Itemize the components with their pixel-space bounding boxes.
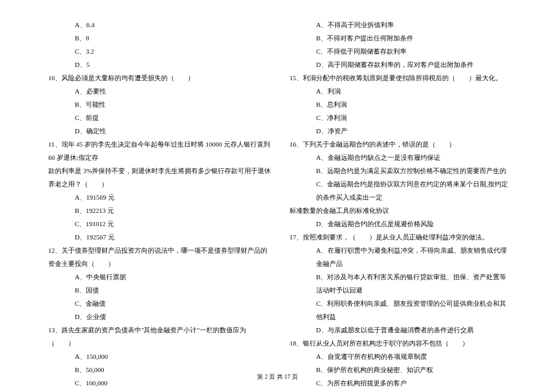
q12-option-b: B、国债 — [48, 283, 271, 297]
q16-option-a: A、金融远期合约缺点之一是没有履约保证 — [290, 151, 513, 164]
q11-option-b: B、192213 元 — [48, 204, 271, 217]
q17-stem: 17、按照准则要求，（ ）是从业人员正确处理利益冲突的做法。 — [290, 230, 513, 244]
q16-option-c-line2: 标准数量的金融工具的标准化协议 — [290, 204, 513, 217]
q17-option-d: D、与亲戚朋友以低于普通金融消费者的条件进行交易 — [290, 323, 513, 337]
q15-stem: 15、利润分配中的税收筹划原则是要使扣除所得税后的（ ）最大化。 — [290, 71, 513, 84]
q15-option-c: C、净利润 — [290, 111, 513, 124]
q16-option-d: D、金融远期合约的优点是规避价格风险 — [290, 217, 513, 230]
q10-option-c: C、前提 — [48, 111, 271, 124]
q12-option-a: A、中央银行票据 — [48, 270, 271, 283]
q18-option-d: D、自觉维护所在机构的形象和声誉 — [290, 390, 513, 392]
left-column: A、6.4 B、8 C、3.2 D、5 10、风险必须是大量标的均有遭受损失的（… — [48, 18, 271, 368]
q12-stem: 12、关于债券型理财产品投资方向的说法中，哪一项不是债券型理财产品的资金主要投向… — [48, 244, 271, 270]
q12-option-c: C、金融债 — [48, 297, 271, 310]
q11-option-d: D、192567 元 — [48, 230, 271, 244]
q10-stem: 10、风险必须是大量标的均有遭受损失的（ ） — [48, 71, 271, 84]
q17-option-b: B、对涉及与本人有利害关系的银行贷款审批、担保、资产处置等活动时予以回避 — [290, 270, 513, 297]
q11-stem-line2: 款的利率是 3%并保持不变，则退休时李先生将拥有多少银行存款可用于退休养老之用？… — [48, 164, 271, 191]
q13-option-d: D、500,000 — [48, 390, 271, 392]
q11-option-c: C、191012 元 — [48, 217, 271, 230]
q10-option-b: B、可能性 — [48, 98, 271, 111]
q17-option-c: C、利用职务便利向亲戚、朋友投资管理的公司提供商业机会和其他利益 — [290, 297, 513, 323]
q17-option-a: A、在履行职责中为避免利益冲突，不得向亲戚、朋友销售或代理金融产品 — [290, 244, 513, 270]
q15-option-b: B、总利润 — [290, 98, 513, 111]
q11-option-a: A、191569 元 — [48, 191, 271, 204]
q9-option-b: B、8 — [48, 31, 271, 45]
q15-option-a: A、利润 — [290, 84, 513, 98]
q9-option-a: A、6.4 — [48, 18, 271, 31]
q16-stem: 16、下列关于金融远期合约的表述中，错误的是（ ） — [290, 138, 513, 151]
page-footer: 第 2 页 共 17 页 — [0, 373, 555, 381]
q14-option-a: A、不得高于同业拆借利率 — [290, 18, 513, 31]
q13-option-a: A、150,000 — [48, 350, 271, 363]
q15-option-d: D、净资产 — [290, 124, 513, 138]
q14-option-b: B、不得对客户提出任何附加条件 — [290, 31, 513, 45]
right-column: A、不得高于同业拆借利率 B、不得对客户提出任何附加条件 C、不得低于同期储蓄存… — [290, 18, 513, 368]
q18-option-a: A、自觉遵守所在机构的各项规章制度 — [290, 350, 513, 363]
q10-option-a: A、必要性 — [48, 84, 271, 98]
q10-option-d: D、确定性 — [48, 124, 271, 138]
q18-stem: 18、银行从业人员对所在机构忠于职守的内容不包括（ ） — [290, 337, 513, 350]
q13-stem: 13、路先生家庭的资产负债表中"其他金融资产小计"一栏的数值应为（ ） — [48, 323, 271, 350]
q9-option-c: C、3.2 — [48, 45, 271, 58]
q12-option-d: D、企业债 — [48, 310, 271, 323]
q16-option-b: B、远期合约是为满足买卖双方控制价格不确定性的需要而产生的 — [290, 164, 513, 177]
q14-option-d: D、高于同期储蓄存款利率的，应对客户提出附加条件 — [290, 58, 513, 71]
q9-option-d: D、5 — [48, 58, 271, 71]
q11-stem-line1: 11、现年 45 岁的李先生决定自今年起每年过生日时将 10000 元存人银行直… — [48, 138, 271, 164]
q16-option-c-line1: C、金融远期合约是指协议双方同意在约定的将来某个日期,按约定的条件买入或卖出一定 — [290, 177, 513, 204]
q14-option-c: C、不得低于同期储蓄存款利率 — [290, 45, 513, 58]
